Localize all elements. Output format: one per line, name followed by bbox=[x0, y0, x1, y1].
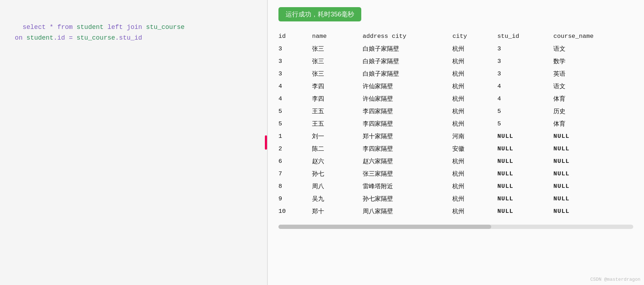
table-cell: 体育 bbox=[553, 92, 633, 105]
table-cell: 李四家隔壁 bbox=[363, 142, 453, 155]
table-row: 9吴九孙七家隔壁杭州NULLNULL bbox=[278, 192, 633, 205]
table-header-row: id name address city city stu_id course_… bbox=[278, 30, 633, 42]
table-cell: NULL bbox=[497, 180, 553, 192]
table-cell: 郑十 bbox=[312, 205, 363, 218]
table-cell: 3 bbox=[497, 68, 553, 80]
table-cell: 杭州 bbox=[452, 42, 497, 55]
col-header-city: city bbox=[452, 30, 497, 42]
table-cell: 5 bbox=[497, 118, 553, 130]
table-row: 3张三白娘子家隔壁杭州3数学 bbox=[278, 55, 633, 68]
table-cell: 杭州 bbox=[452, 68, 497, 80]
table-cell: NULL bbox=[497, 205, 553, 218]
table-cell: 10 bbox=[278, 205, 312, 218]
table-cell: 雷峰塔附近 bbox=[363, 180, 453, 192]
table-cell: 5 bbox=[497, 105, 553, 118]
table-cell: NULL bbox=[497, 192, 553, 205]
table-cell: NULL bbox=[553, 155, 633, 168]
table-cell: 3 bbox=[278, 55, 312, 68]
code-content[interactable]: select * from student left join stu_cour… bbox=[7, 11, 260, 54]
col-header-address: address city bbox=[363, 30, 453, 42]
table-cell: 3 bbox=[497, 55, 553, 68]
table-cell: 语文 bbox=[553, 42, 633, 55]
table-cell: 刘一 bbox=[312, 130, 363, 142]
table-cell: 5 bbox=[278, 118, 312, 130]
table-row: 7孙七张三家隔壁杭州NULLNULL bbox=[278, 168, 633, 180]
table-cell: 白娘子家隔壁 bbox=[363, 42, 453, 55]
table-row: 4李四许仙家隔壁杭州4语文 bbox=[278, 80, 633, 92]
table-row: 3张三白娘子家隔壁杭州3语文 bbox=[278, 42, 633, 55]
table-cell: NULL bbox=[553, 205, 633, 218]
table-cell: 3 bbox=[278, 42, 312, 55]
table-cell: 张三家隔壁 bbox=[363, 168, 453, 180]
table-cell: 河南 bbox=[452, 130, 497, 142]
table-row: 1刘一郑十家隔壁河南NULLNULL bbox=[278, 130, 633, 142]
table-cell: 许仙家隔壁 bbox=[363, 80, 453, 92]
table-cell: NULL bbox=[553, 168, 633, 180]
watermark: CSDN @masterdragon bbox=[590, 277, 640, 282]
table-cell: 1 bbox=[278, 130, 312, 142]
scrollbar-thumb[interactable] bbox=[278, 225, 491, 229]
table-cell: 体育 bbox=[553, 118, 633, 130]
table-cell: NULL bbox=[497, 155, 553, 168]
divider-bar bbox=[265, 135, 267, 150]
table-cell: 陈二 bbox=[312, 142, 363, 155]
table-cell: 杭州 bbox=[452, 192, 497, 205]
table-cell: 4 bbox=[497, 92, 553, 105]
table-cell: 语文 bbox=[553, 80, 633, 92]
table-cell: 白娘子家隔壁 bbox=[363, 55, 453, 68]
code-editor: select * from student left join stu_cour… bbox=[0, 0, 268, 285]
table-cell: 孙七家隔壁 bbox=[363, 192, 453, 205]
table-cell: 5 bbox=[278, 105, 312, 118]
table-row: 8周八雷峰塔附近杭州NULLNULL bbox=[278, 180, 633, 192]
table-cell: 6 bbox=[278, 155, 312, 168]
table-cell: 4 bbox=[278, 92, 312, 105]
table-row: 5王五李四家隔壁杭州5体育 bbox=[278, 118, 633, 130]
table-cell: NULL bbox=[497, 168, 553, 180]
table-cell: 杭州 bbox=[452, 118, 497, 130]
table-row: 6赵六赵六家隔壁杭州NULLNULL bbox=[278, 155, 633, 168]
table-cell: 杭州 bbox=[452, 168, 497, 180]
table-cell: 4 bbox=[497, 80, 553, 92]
table-cell: 吴九 bbox=[312, 192, 363, 205]
horizontal-scrollbar[interactable] bbox=[278, 225, 633, 229]
table-cell: 4 bbox=[278, 80, 312, 92]
table-cell: 李四家隔壁 bbox=[363, 105, 453, 118]
table-cell: 3 bbox=[278, 68, 312, 80]
table-cell: NULL bbox=[553, 180, 633, 192]
table-cell: 8 bbox=[278, 180, 312, 192]
table-cell: 数学 bbox=[553, 55, 633, 68]
table-cell: 白娘子家隔壁 bbox=[363, 68, 453, 80]
table-cell: 周八家隔壁 bbox=[363, 205, 453, 218]
table-cell: 杭州 bbox=[452, 155, 497, 168]
col-header-id: id bbox=[278, 30, 312, 42]
table-cell: 张三 bbox=[312, 68, 363, 80]
table-cell: 周八 bbox=[312, 180, 363, 192]
table-cell: NULL bbox=[497, 142, 553, 155]
col-header-name: name bbox=[312, 30, 363, 42]
table-cell: 杭州 bbox=[452, 180, 497, 192]
col-header-course-name: course_name bbox=[553, 30, 633, 42]
table-cell: 王五 bbox=[312, 105, 363, 118]
table-cell: 7 bbox=[278, 168, 312, 180]
table-cell: 英语 bbox=[553, 68, 633, 80]
table-cell: 孙七 bbox=[312, 168, 363, 180]
table-cell: 历史 bbox=[553, 105, 633, 118]
table-row: 4李四许仙家隔壁杭州4体育 bbox=[278, 92, 633, 105]
table-row: 3张三白娘子家隔壁杭州3英语 bbox=[278, 68, 633, 80]
table-cell: 杭州 bbox=[452, 80, 497, 92]
table-row: 10郑十周八家隔壁杭州NULLNULL bbox=[278, 205, 633, 218]
table-cell: 王五 bbox=[312, 118, 363, 130]
table-cell: 杭州 bbox=[452, 55, 497, 68]
table-cell: NULL bbox=[553, 192, 633, 205]
table-cell: 杭州 bbox=[452, 92, 497, 105]
table-row: 2陈二李四家隔壁安徽NULLNULL bbox=[278, 142, 633, 155]
success-badge: 运行成功，耗时356毫秒 bbox=[278, 7, 361, 21]
table-cell: NULL bbox=[553, 130, 633, 142]
table-cell: 9 bbox=[278, 192, 312, 205]
table-cell: 3 bbox=[497, 42, 553, 55]
table-cell: 许仙家隔壁 bbox=[363, 92, 453, 105]
table-cell: 杭州 bbox=[452, 205, 497, 218]
table-cell: 李四 bbox=[312, 80, 363, 92]
table-cell: NULL bbox=[553, 142, 633, 155]
table-cell: 赵六家隔壁 bbox=[363, 155, 453, 168]
